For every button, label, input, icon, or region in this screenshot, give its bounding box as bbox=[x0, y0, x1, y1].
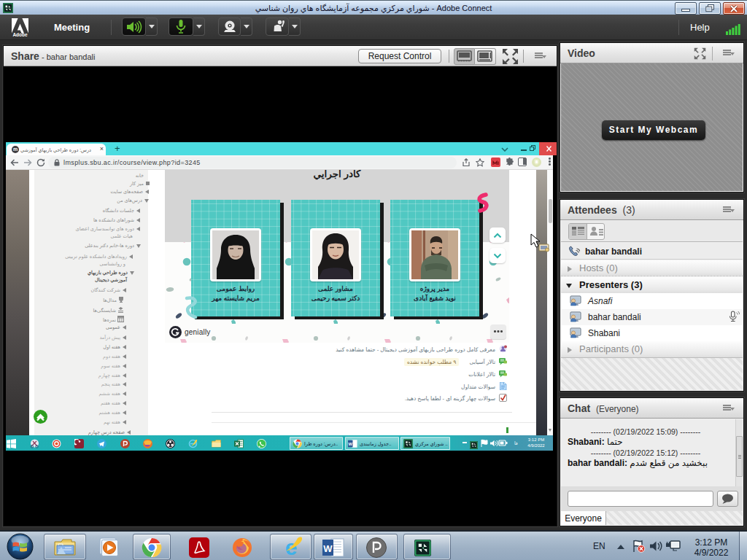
svg-text:Adobe: Adobe bbox=[12, 32, 28, 37]
svg-text:W: W bbox=[349, 441, 353, 446]
svg-text:W: W bbox=[323, 543, 333, 554]
